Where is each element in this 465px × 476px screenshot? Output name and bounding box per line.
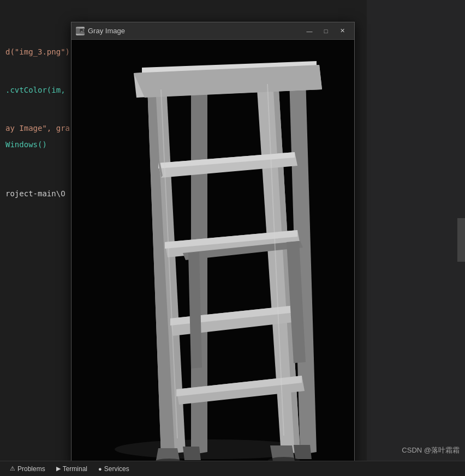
- code-line-1: d("img_3.png"): [5, 47, 70, 56]
- code-line-5: ay Image", gra: [5, 124, 70, 132]
- close-button[interactable]: ✕: [335, 26, 350, 37]
- maximize-button[interactable]: □: [318, 26, 333, 37]
- terminal-label: Terminal: [63, 465, 87, 473]
- right-panel: [367, 0, 465, 476]
- window-icon: [76, 27, 85, 35]
- problems-label: Problems: [17, 465, 45, 473]
- status-terminal[interactable]: ▶ Terminal: [51, 461, 93, 476]
- status-bar: ⚠ Problems ▶ Terminal ● Services: [0, 461, 465, 476]
- code-line-6: Windows(): [5, 140, 47, 149]
- status-problems[interactable]: ⚠ Problems: [4, 461, 51, 476]
- watermark: CSDN @落叶霜霜: [402, 445, 460, 455]
- svg-marker-30: [294, 445, 312, 459]
- code-line-3: .cvtColor(im,: [5, 86, 65, 94]
- terminal-icon: ▶: [56, 465, 61, 472]
- title-bar: Gray Image — □ ✕: [71, 22, 354, 40]
- svg-point-3: [82, 29, 84, 31]
- window-controls: — □ ✕: [302, 26, 350, 37]
- svg-marker-29: [183, 447, 201, 460]
- scrollbar[interactable]: [457, 218, 465, 262]
- ladder-image: [71, 40, 354, 466]
- status-services[interactable]: ● Services: [93, 461, 135, 476]
- watermark-text: CSDN @落叶霜霜: [402, 446, 460, 454]
- modal-window: Gray Image — □ ✕: [71, 22, 355, 466]
- ladder-svg: [82, 40, 344, 466]
- services-icon: ●: [98, 466, 102, 472]
- title-bar-left: Gray Image: [76, 27, 125, 35]
- problems-icon: ⚠: [10, 465, 15, 472]
- minimize-button[interactable]: —: [302, 26, 317, 37]
- services-label: Services: [104, 465, 129, 473]
- image-icon: [80, 27, 85, 35]
- image-display-area: [71, 40, 354, 466]
- code-line-8: roject-main\O: [5, 189, 65, 198]
- window-title: Gray Image: [88, 27, 125, 35]
